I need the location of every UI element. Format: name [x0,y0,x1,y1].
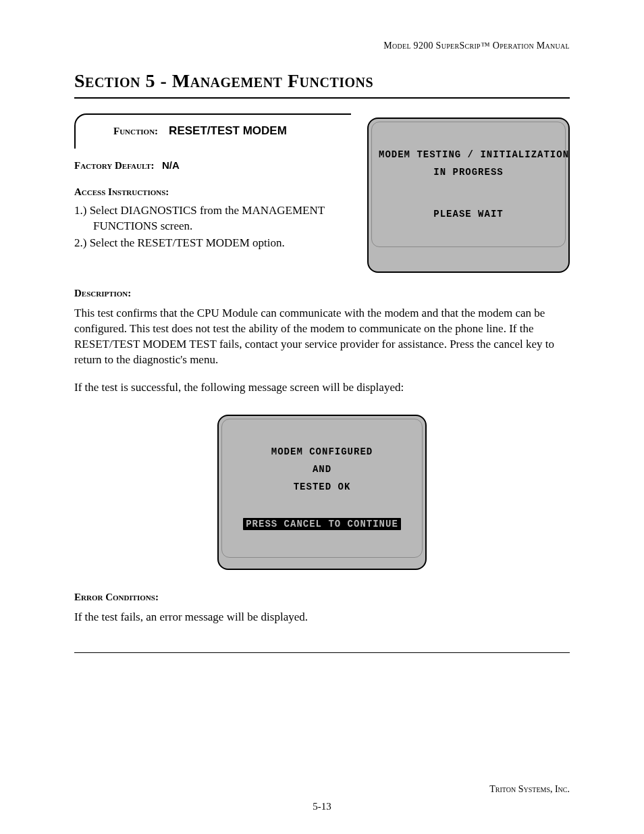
error-conditions-paragraph: If the test fails, an error message will… [74,610,570,625]
screen-progress: MODEM TESTING / INITIALIZATION IN PROGRE… [367,118,570,273]
function-name: RESET/TEST MODEM [169,124,287,137]
description-paragraph: This test confirms that the CPU Module c… [74,306,570,368]
access-instructions-heading: Access Instructions: [74,186,351,198]
factory-default-value: N/A [162,159,180,171]
footer-rule [74,652,570,653]
running-header: Model 9200 SuperScrip™ Operation Manual [74,41,570,51]
access-step: 1.) Select DIAGNOSTICS from the MANAGEME… [74,203,351,234]
screen-success: MODEM CONFIGURED AND TESTED OK PRESS CAN… [217,415,427,570]
footer-company: Triton Systems, Inc. [489,784,570,795]
factory-default-label: Factory Default: [74,160,155,171]
screen-progress-line: IN PROGRESS [379,167,558,178]
screen-success-continue: PRESS CANCEL TO CONTINUE [243,518,401,530]
screen-success-line: TESTED OK [229,481,415,492]
screen-progress-line: PLEASE WAIT [379,209,558,219]
access-step: 2.) Select the RESET/TEST MODEM option. [74,236,351,251]
access-instructions-list: 1.) Select DIAGNOSTICS from the MANAGEME… [74,203,351,251]
error-conditions-heading: Error Conditions: [74,592,570,603]
description-paragraph: If the test is successful, the following… [74,380,570,396]
title-rule [74,97,570,99]
factory-default: Factory Default: N/A [74,159,351,172]
section-title: Section 5 - Management Functions [74,70,570,92]
description-heading: Description: [74,288,570,299]
footer-page-number: 5-13 [0,801,644,812]
screen-progress-line: MODEM TESTING / INITIALIZATION [379,149,558,160]
function-box: Function: RESET/TEST MODEM [74,113,351,149]
screen-success-line: AND [229,464,415,475]
function-label: Function: [113,126,158,136]
screen-success-line: MODEM CONFIGURED [229,446,415,457]
